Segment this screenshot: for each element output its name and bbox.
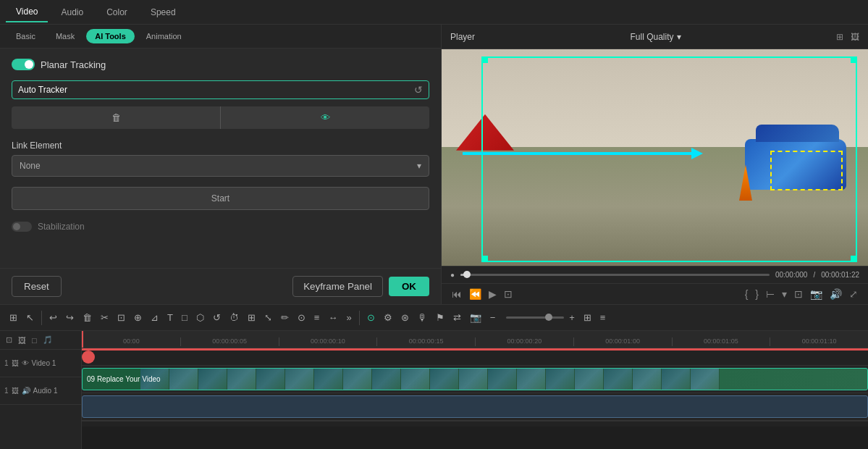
subtab-mask[interactable]: Mask [47,29,83,43]
play-button[interactable]: ▶ [487,287,498,301]
planar-tracking-toggle[interactable] [12,59,35,70]
reset-button[interactable]: Reset [12,276,62,297]
video-clip[interactable]: 09 Replace Your Video [82,368,868,390]
show-tracker-button[interactable]: 👁 [221,106,429,129]
subtab-basic[interactable]: Basic [7,29,44,43]
tool-add[interactable]: ⊕ [130,309,146,326]
refresh-icon[interactable]: ↺ [414,84,423,96]
stop-button[interactable]: ⊡ [502,287,514,301]
audio-track-name: Audio 1 [33,387,58,395]
volume-button[interactable]: 🔊 [828,287,843,301]
tool-shape[interactable]: ⬡ [193,309,208,326]
fullscreen-button[interactable]: ⤢ [848,287,859,301]
ts-music-btn[interactable]: 🎵 [41,334,54,346]
tool-transform[interactable]: ⊿ [147,309,162,326]
video-track-row[interactable]: 09 Replace Your Video [82,366,868,393]
split-button[interactable]: ⊢ [764,287,776,301]
tool-zoom-in[interactable]: + [565,309,578,326]
camera-button[interactable]: 📷 [809,287,824,301]
ruler-mark-3: 00:00:00:15 [376,337,475,346]
step-back-button[interactable]: ⏪ [468,287,483,301]
tool-flag[interactable]: ⚑ [432,309,448,326]
audio-track-sound-icon[interactable]: 🔊 [22,387,30,395]
timeline-sidebar-controls: ⊡ 🖼 □ 🎵 [0,331,81,350]
audio-track-row[interactable] [82,393,868,421]
tool-split-audio[interactable]: ↔ [324,309,341,326]
stabilization-toggle[interactable] [12,222,32,232]
clip-thumb-20 [691,369,720,390]
tab-video[interactable]: Video [6,2,48,22]
audio-track-label: 1 🖼 🔊 Audio 1 [0,377,81,405]
ruler-mark-6: 00:00:01:05 [672,337,770,346]
quality-label: Full Quality [630,32,673,42]
clip-thumb-14 [517,369,546,390]
tool-grid[interactable]: ⊞ [580,309,595,326]
tool-redo[interactable]: ↪ [62,309,77,326]
tool-list[interactable]: ≡ [597,309,610,326]
tool-text[interactable]: T [164,309,177,326]
tool-undo[interactable]: ↩ [46,309,61,326]
monitor-button[interactable]: ⊡ [793,287,804,301]
player-timeline-bar[interactable] [460,274,770,276]
tool-box[interactable]: □ [178,309,191,326]
sub-tab-bar: Basic Mask AI Tools Animation [0,25,441,49]
ts-box-btn[interactable]: □ [30,335,38,346]
tool-mic[interactable]: 🎙 [414,309,431,326]
tool-link[interactable]: ⊞ [244,309,259,326]
skip-back-button[interactable]: ⏮ [450,287,463,301]
zoom-slider[interactable] [506,316,564,319]
player-header: Player Full Quality ▾ ⊞ 🖼 [442,25,868,49]
tab-audio[interactable]: Audio [51,3,93,22]
tool-crop[interactable]: ⊡ [114,309,129,326]
tool-shield[interactable]: ⊛ [397,309,413,326]
chevron-down-ctrl[interactable]: ▾ [780,287,788,301]
tool-filter[interactable]: ⊙ [294,309,309,326]
video-track-photo-icon: 🖼 [12,359,19,367]
playhead[interactable] [82,331,83,348]
zoom-control [506,316,564,319]
link-element-select[interactable]: None ▾ [12,155,429,177]
tool-resize[interactable]: ⤡ [261,309,276,326]
tool-settings[interactable]: ⚙ [380,309,396,326]
keyframe-panel-button[interactable]: Keyframe Panel [292,276,383,297]
tool-delete[interactable]: 🗑 [79,309,96,326]
tool-speed[interactable]: ⏱ [226,309,243,326]
clip-thumb-7 [314,369,343,390]
clip-thumb-13 [488,369,517,390]
grid-view-icon[interactable]: ⊞ [836,32,843,42]
tool-more[interactable]: » [342,309,355,326]
mark-in-button[interactable]: { [743,287,750,301]
ts-photo-btn[interactable]: 🖼 [17,335,28,346]
tab-speed[interactable]: Speed [140,3,186,22]
player-controls: ● 00:00:000 / 00:00:01:22 [442,266,868,283]
clip-thumb-3 [198,369,227,390]
tab-color[interactable]: Color [96,3,138,22]
ok-button[interactable]: OK [389,277,429,296]
tool-cursor[interactable]: ↖ [22,309,38,326]
tool-rotate[interactable]: ↺ [209,309,224,326]
tool-minus[interactable]: − [486,309,500,326]
subtab-animation[interactable]: Animation [138,29,190,43]
tool-photo[interactable]: 📷 [466,309,485,326]
image-icon[interactable]: 🖼 [851,32,859,42]
ruler-marks: 00:00 00:00:00:05 00:00:00:10 00:00:00:1… [82,337,868,346]
clip-thumb-2 [169,369,198,390]
video-track-name: Video 1 [32,359,56,367]
tool-pen[interactable]: ✏ [277,309,292,326]
start-button[interactable]: Start [12,187,429,210]
tool-cut[interactable]: ✂ [97,309,112,326]
tracker-name: Auto Tracker [18,85,67,95]
tool-ripple[interactable]: ≡ [311,309,324,326]
timeline-scrollbar[interactable] [82,421,868,427]
delete-tracker-button[interactable]: 🗑 [12,106,221,129]
clip-thumb-6 [285,369,314,390]
video-track-eye-icon[interactable]: 👁 [22,359,29,367]
tool-select[interactable]: ⊞ [6,309,21,326]
mark-out-button[interactable]: } [754,287,760,301]
ts-layout-btn[interactable]: ⊡ [4,334,14,346]
subtab-ai-tools[interactable]: AI Tools [86,29,135,43]
tool-active-green[interactable]: ⊙ [363,309,379,326]
tool-swap[interactable]: ⇄ [450,309,465,326]
zoom-thumb [545,314,552,321]
quality-select[interactable]: Full Quality ▾ [630,32,681,42]
